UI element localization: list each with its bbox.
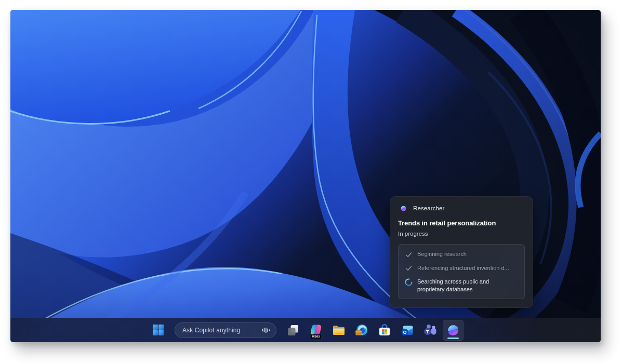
research-steps-panel: Beginning research Referencing structure… — [398, 244, 525, 299]
research-step-row: Searching across public and proprietary … — [405, 278, 517, 293]
voice-input-icon — [261, 327, 270, 334]
outlook-icon: O — [401, 323, 414, 337]
taskbar-edge-button[interactable] — [351, 320, 372, 341]
spinner-icon — [405, 278, 413, 286]
taskbar-outlook-button[interactable]: O — [397, 320, 418, 341]
copilot-search-box[interactable]: Ask Copilot anything — [175, 322, 276, 338]
step-label: Beginning research — [417, 250, 467, 258]
step-label: Referencing structured invention d... — [417, 264, 509, 272]
research-task-title: Trends in retail personalization — [398, 219, 525, 227]
windows-logo-icon — [152, 324, 164, 336]
work-briefcase-badge — [355, 329, 362, 335]
research-step-row: Beginning research — [405, 250, 517, 259]
researcher-card-header: Researcher — [398, 203, 525, 213]
taskbar-file-explorer-button[interactable] — [328, 320, 349, 341]
microsoft-store-icon — [378, 323, 391, 337]
check-icon — [405, 264, 413, 272]
research-step-row: Referencing structured invention d... — [405, 264, 517, 273]
taskbar-microsoft-store-button[interactable] — [374, 320, 395, 341]
m365-badge: M365 — [311, 334, 321, 339]
active-app-indicator — [447, 338, 459, 339]
check-icon — [405, 251, 413, 259]
page-background: Researcher Trends in retail personalizat… — [0, 0, 622, 364]
taskbar-center-group: Ask Copilot anything — [148, 320, 464, 341]
desktop-screen: Researcher Trends in retail personalizat… — [10, 10, 601, 342]
start-button[interactable] — [148, 320, 168, 341]
researcher-app-icon — [398, 203, 408, 213]
task-view-icon — [286, 323, 300, 337]
taskbar-task-view-button[interactable] — [283, 320, 303, 341]
voice-input-button[interactable] — [261, 327, 270, 334]
researcher-progress-card[interactable]: Researcher Trends in retail personalizat… — [390, 196, 533, 308]
taskbar-copilot-button[interactable] — [443, 320, 464, 341]
taskbar-teams-button[interactable]: T — [420, 320, 441, 341]
outlook-letter: O — [403, 329, 406, 334]
copilot-swirl-icon — [446, 323, 460, 337]
search-placeholder: Ask Copilot anything — [182, 327, 257, 334]
taskbar-m365-copilot-button[interactable]: M365 — [306, 320, 326, 341]
teams-icon: T — [424, 323, 437, 337]
researcher-app-name: Researcher — [413, 205, 444, 211]
teams-letter: T — [426, 328, 429, 334]
step-label: Searching across public and proprietary … — [417, 278, 517, 293]
file-explorer-icon — [332, 323, 346, 337]
edge-browser-icon — [355, 323, 368, 337]
taskbar: Ask Copilot anything — [10, 318, 601, 342]
research-status-text: In progress — [398, 231, 525, 237]
